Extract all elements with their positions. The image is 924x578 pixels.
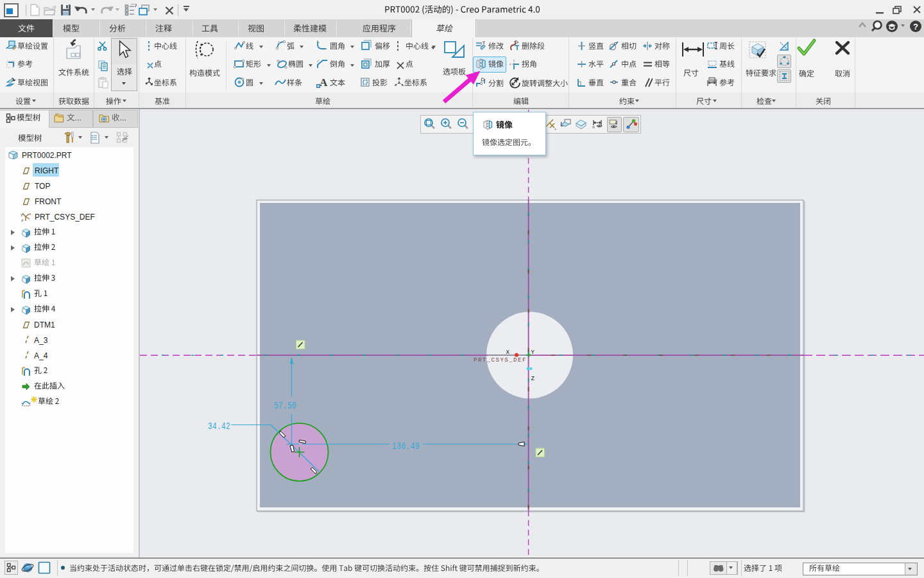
svg-text:x: x: [29, 212, 31, 216]
svg-text:?: ?: [913, 22, 918, 31]
svg-text:y: y: [21, 213, 23, 217]
svg-text:z: z: [21, 218, 24, 222]
svg-text:REF: REF: [710, 78, 717, 82]
svg-text:A: A: [320, 76, 328, 88]
